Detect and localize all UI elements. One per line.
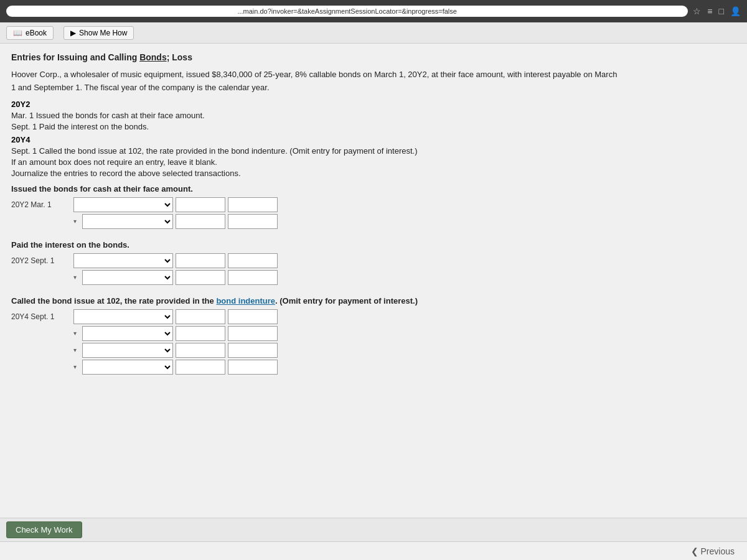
section3-header: Called the bond issue at 102, the rate p… [11, 296, 736, 306]
account-select-2a[interactable] [73, 253, 173, 268]
journal-section-2: 20Y2 Sept. 1 ▾ [11, 253, 736, 285]
account-select-1a[interactable] [73, 197, 173, 212]
url-bar[interactable]: ...main.do?invoker=&takeAssignmentSessio… [6, 6, 688, 17]
section1-header: Issued the bonds for cash at their face … [11, 184, 736, 194]
bond-indenture-link[interactable]: bond indenture [216, 296, 275, 306]
bookmark-icon[interactable]: ☆ [693, 6, 701, 16]
profile-icon[interactable]: 👤 [730, 6, 741, 16]
credit-input-2a[interactable] [228, 253, 278, 268]
show-me-how-button[interactable]: ▶ Show Me How [63, 26, 134, 40]
chevron-icon-1b: ▾ [73, 218, 82, 225]
account-select-3d[interactable] [82, 360, 173, 375]
section2-header: Paid the interest on the bonds. [11, 240, 736, 250]
debit-input-2b[interactable] [176, 270, 225, 285]
previous-button[interactable]: ❮ Previous [691, 546, 735, 556]
account-select-3c[interactable] [82, 343, 173, 358]
credit-input-3a[interactable] [228, 309, 278, 324]
credit-input-3c[interactable] [228, 343, 278, 358]
journal-row: ▾ [11, 343, 736, 358]
account-select-3a[interactable] [73, 309, 173, 324]
play-icon: ▶ [70, 29, 76, 37]
instruction1: If an amount box does not require an ent… [11, 157, 736, 167]
book-icon: 📖 [13, 29, 22, 37]
menu-icon[interactable]: ≡ [707, 6, 712, 16]
chevron-icon-3b: ▾ [73, 330, 82, 337]
debit-input-1a[interactable] [176, 197, 225, 212]
window-icon[interactable]: □ [719, 6, 724, 16]
journal-row: ▾ [11, 360, 736, 375]
event3: Sept. 1 Called the bond issue at 102, th… [11, 146, 736, 156]
account-select-2b[interactable] [82, 270, 173, 285]
chevron-icon-3d: ▾ [73, 363, 82, 370]
date-label-1: 20Y2 Mar. 1 [11, 200, 73, 209]
event1: Mar. 1 Issued the bonds for cash at thei… [11, 111, 736, 120]
debit-input-3c[interactable] [176, 343, 225, 358]
debit-input-3a[interactable] [176, 309, 225, 324]
date-label-2: 20Y2 Sept. 1 [11, 256, 73, 265]
account-select-3b[interactable] [82, 326, 173, 341]
chevron-left-icon: ❮ [691, 546, 698, 556]
year2-label: 20Y4 [11, 135, 736, 144]
debit-input-3d[interactable] [176, 360, 225, 375]
toolbar: 📖 eBook ▶ Show Me How [0, 22, 747, 44]
credit-input-3d[interactable] [228, 360, 278, 375]
bottom-bar: Check My Work [0, 518, 747, 541]
journal-row: 20Y2 Mar. 1 [11, 197, 736, 212]
check-my-work-button[interactable]: Check My Work [6, 521, 82, 538]
credit-input-1b[interactable] [228, 214, 278, 229]
debit-input-1b[interactable] [176, 214, 225, 229]
year1-label: 20Y2 [11, 100, 736, 109]
problem-title: Entries for Issuing and Calling Bonds; L… [11, 52, 736, 62]
credit-input-3b[interactable] [228, 326, 278, 341]
problem-description: Hoover Corp., a wholesaler of music equi… [11, 68, 736, 95]
journal-row: 20Y4 Sept. 1 [11, 309, 736, 324]
journal-row: ▾ [11, 326, 736, 341]
journal-section-3: 20Y4 Sept. 1 ▾ ▾ ▾ [11, 309, 736, 375]
date-label-3: 20Y4 Sept. 1 [11, 312, 73, 321]
journal-row: ▾ [11, 270, 736, 285]
chevron-icon-3c: ▾ [73, 347, 82, 353]
credit-input-2b[interactable] [228, 270, 278, 285]
account-select-1b[interactable] [82, 214, 173, 229]
journal-row: 20Y2 Sept. 1 [11, 253, 736, 268]
chevron-icon-2b: ▾ [73, 274, 82, 281]
nav-footer: ❮ Previous [0, 541, 747, 560]
browser-icons: ☆ ≡ □ 👤 [693, 6, 741, 16]
event2: Sept. 1 Paid the interest on the bonds. [11, 122, 736, 131]
browser-bar: ...main.do?invoker=&takeAssignmentSessio… [0, 0, 747, 22]
debit-input-2a[interactable] [176, 253, 225, 268]
debit-input-3b[interactable] [176, 326, 225, 341]
instruction2: Journalize the entries to record the abo… [11, 169, 736, 178]
credit-input-1a[interactable] [228, 197, 278, 212]
journal-row: ▾ [11, 214, 736, 229]
ebook-button[interactable]: 📖 eBook [6, 26, 54, 40]
journal-section-1: 20Y2 Mar. 1 ▾ [11, 197, 736, 229]
main-content: Entries for Issuing and Calling Bonds; L… [0, 44, 747, 518]
